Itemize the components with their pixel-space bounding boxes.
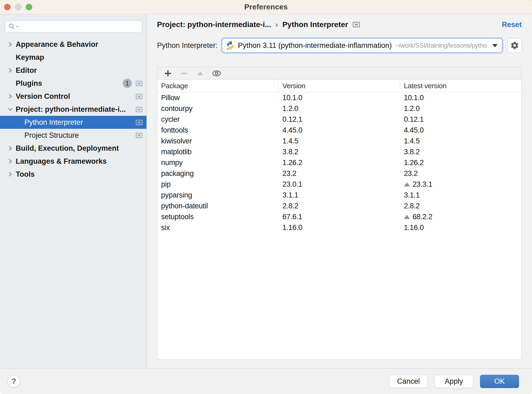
main-area: Appearance & Behavior Keymap Editor Plug…	[0, 14, 532, 368]
table-row[interactable]: setuptools 67.6.1 68.2.2	[157, 211, 521, 222]
latest-version-cell: 3.1.1	[400, 190, 521, 201]
sidebar-item-label: Python Interpreter	[24, 118, 83, 127]
dialog-buttons: Cancel Apply OK	[389, 375, 519, 388]
version-cell: 1.26.2	[279, 157, 400, 168]
sidebar-item-label: Version Control	[16, 92, 70, 101]
sidebar-item-label: Project: python-intermediate-i...	[16, 105, 126, 114]
sidebar-item-languages-frameworks[interactable]: Languages & Frameworks	[0, 155, 146, 168]
package-toolbar	[157, 67, 521, 80]
chevron-icon	[7, 68, 14, 73]
latest-version-cell: 1.16.0	[400, 222, 521, 233]
screen-marker-icon	[353, 22, 360, 28]
settings-search-input[interactable]	[19, 22, 139, 31]
ok-button[interactable]: OK	[480, 375, 519, 388]
sidebar-item-label: Tools	[16, 170, 35, 179]
dropdown-caret-icon	[492, 44, 498, 47]
screen-marker-icon	[136, 120, 143, 125]
version-cell: 1.4.5	[279, 136, 400, 146]
chevron-icon	[7, 146, 14, 151]
sidebar-item-tools[interactable]: Tools	[0, 168, 146, 181]
cancel-button[interactable]: Cancel	[389, 375, 428, 388]
sidebar-item-plugins[interactable]: Plugins 1	[0, 77, 146, 90]
window-title: Preferences	[0, 3, 532, 11]
version-cell: 67.6.1	[279, 211, 400, 222]
add-package-button[interactable]	[163, 69, 172, 78]
apply-button[interactable]: Apply	[435, 375, 473, 388]
chevron-icon	[7, 159, 14, 164]
package-cell: cycler	[157, 114, 279, 125]
table-row[interactable]: kiwisolver 1.4.5 1.4.5	[157, 136, 521, 146]
footer-bar: ? Cancel Apply OK	[0, 368, 532, 394]
sidebar-item-project-structure[interactable]: Project Structure	[0, 129, 146, 142]
latest-version-cell: 10.1.0	[400, 92, 521, 103]
version-cell: 23.2	[279, 168, 400, 179]
table-row[interactable]: numpy 1.26.2 1.26.2	[157, 157, 521, 168]
package-cell: pip	[157, 179, 279, 190]
column-header-package: Package	[157, 80, 279, 92]
table-row[interactable]: matplotlib 3.8.2 3.8.2	[157, 146, 521, 157]
sidebar-item-keymap[interactable]: Keymap	[0, 51, 146, 64]
search-icon	[8, 23, 19, 30]
settings-search-box[interactable]	[5, 21, 142, 32]
table-row[interactable]: packaging 23.2 23.2	[157, 168, 521, 179]
sidebar-item-editor[interactable]: Editor	[0, 64, 146, 77]
chevron-icon	[7, 94, 14, 99]
sidebar-item-appearance-behavior[interactable]: Appearance & Behavior	[0, 38, 146, 51]
table-row[interactable]: contourpy 1.2.0 1.2.0	[157, 103, 521, 114]
sidebar-item-python-interpreter[interactable]: Python Interpreter	[0, 116, 146, 129]
version-cell: 0.12.1	[279, 114, 400, 125]
table-row[interactable]: six 1.16.0 1.16.0	[157, 222, 521, 233]
sidebar-item-version-control[interactable]: Version Control	[0, 90, 146, 103]
version-cell: 23.0.1	[279, 179, 400, 190]
screen-marker-icon	[136, 133, 143, 138]
latest-version-cell: 1.26.2	[400, 157, 521, 168]
latest-version-cell: 4.45.0	[400, 125, 521, 136]
breadcrumb-separator-icon: ›	[276, 20, 278, 29]
table-row[interactable]: pip 23.0.1 23.3.1	[157, 179, 521, 190]
sidebar-item-build-execution-deployment[interactable]: Build, Execution, Deployment	[0, 142, 146, 155]
interpreter-settings-button[interactable]	[508, 38, 522, 52]
package-cell: python-dateutil	[157, 201, 279, 211]
package-cell: pyparsing	[157, 190, 279, 201]
remove-package-button[interactable]	[179, 69, 189, 78]
chevron-icon	[7, 42, 14, 47]
titlebar: Preferences	[0, 0, 532, 14]
version-cell: 10.1.0	[279, 92, 400, 103]
interpreter-row: Python Interpreter: v Python 3.11 (pytho…	[157, 38, 522, 53]
version-cell: 3.8.2	[279, 146, 400, 157]
interpreter-value: Python 3.11 (python-intermediate-inflamm…	[238, 41, 392, 50]
table-row[interactable]: Pillow 10.1.0 10.1.0	[157, 92, 521, 103]
package-cell: numpy	[157, 157, 279, 168]
sidebar-item-project-python-intermediate-i[interactable]: Project: python-intermediate-i...	[0, 103, 146, 116]
eye-icon	[212, 70, 221, 77]
package-cell: setuptools	[157, 211, 279, 222]
latest-version-cell: 3.8.2	[400, 146, 521, 157]
table-row[interactable]: python-dateutil 2.8.2 2.8.2	[157, 201, 521, 211]
svg-text:v: v	[227, 47, 229, 50]
help-button[interactable]: ?	[8, 375, 20, 388]
screen-marker-icon	[136, 94, 143, 99]
latest-version-cell: 1.2.0	[400, 103, 521, 114]
gear-icon	[510, 41, 519, 50]
upgrade-package-button[interactable]	[196, 69, 205, 78]
upgrade-icon	[197, 70, 204, 77]
package-table-body: Pillow 10.1.0 10.1.0 contourpy 1.2.0 1.2…	[157, 92, 521, 359]
package-cell: matplotlib	[157, 146, 279, 157]
reset-link[interactable]: Reset	[502, 21, 522, 29]
count-badge: 1	[123, 79, 132, 88]
latest-version-cell: 68.2.2	[400, 211, 521, 222]
table-row[interactable]: cycler 0.12.1 0.12.1	[157, 114, 521, 125]
table-row[interactable]: fonttools 4.45.0 4.45.0	[157, 125, 521, 136]
interpreter-select[interactable]: v Python 3.11 (python-intermediate-infla…	[222, 38, 502, 52]
settings-sidebar: Appearance & Behavior Keymap Editor Plug…	[0, 14, 147, 368]
interpreter-path: ~/work/SSI/training/lessons/pytho	[395, 42, 489, 49]
sidebar-item-label: Plugins	[16, 79, 42, 88]
table-row[interactable]: pyparsing 3.1.1 3.1.1	[157, 190, 521, 201]
breadcrumb: Project: python-intermediate-i... › Pyth…	[157, 18, 522, 31]
latest-version-cell: 0.12.1	[400, 114, 521, 125]
package-cell: six	[157, 222, 279, 233]
sidebar-item-label: Build, Execution, Deployment	[16, 144, 119, 153]
screen-marker-icon	[136, 81, 143, 86]
show-early-releases-button[interactable]	[212, 69, 221, 78]
column-header-version: Version	[279, 80, 400, 92]
